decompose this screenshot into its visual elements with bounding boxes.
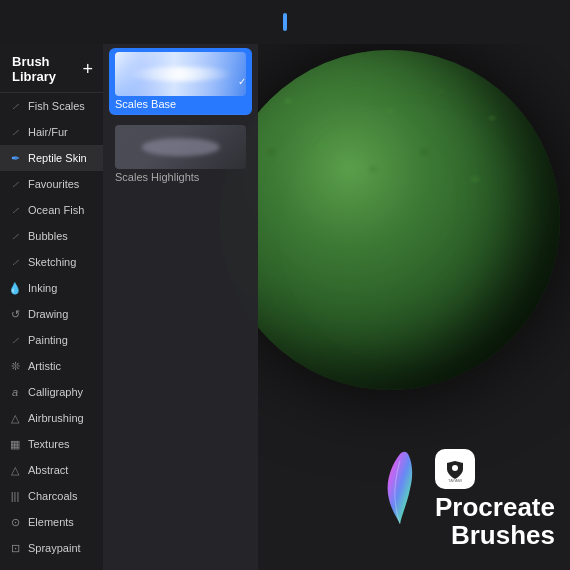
sidebar-item-calligraphy[interactable]: aCalligraphy [0, 379, 103, 405]
brush-library-sidebar: Brush Library + ⟋Fish Scales⟋Hair/Fur✒Re… [0, 44, 103, 570]
brush-preview-scales-highlights [115, 125, 246, 169]
procreate-brush-icon [370, 449, 425, 529]
sidebar-item-drawing[interactable]: ↺Drawing [0, 301, 103, 327]
sidebar-item-label-abstract: Abstract [28, 464, 68, 476]
sidebar-item-label-hair-fur: Hair/Fur [28, 126, 68, 138]
brush-name-scales-base: Scales Base [115, 98, 246, 110]
sidebar-item-sketching[interactable]: ⟋Sketching [0, 249, 103, 275]
sidebar-item-label-airbrushing: Airbrushing [28, 412, 84, 424]
inking-icon: 💧 [8, 281, 22, 295]
sidebar-item-label-inking: Inking [28, 282, 57, 294]
sidebar-item-elements[interactable]: ⊙Elements [0, 509, 103, 535]
watermark-title: Procreate Brushes [435, 493, 555, 550]
hair-fur-icon: ⟋ [8, 125, 22, 139]
sidebar-item-label-ocean-fish: Ocean Fish [28, 204, 84, 216]
sidebar-item-label-artistic: Artistic [28, 360, 61, 372]
sidebar-item-label-calligraphy: Calligraphy [28, 386, 83, 398]
sidebar-item-textures[interactable]: ▦Textures [0, 431, 103, 457]
charcoals-icon: ||| [8, 489, 22, 503]
sidebar-item-artistic[interactable]: ❊Artistic [0, 353, 103, 379]
sidebar-item-label-drawing: Drawing [28, 308, 68, 320]
sidebar-item-ocean-fish[interactable]: ⟋Ocean Fish [0, 197, 103, 223]
sidebar-item-touchups[interactable]: ⊕Touchups [0, 561, 103, 570]
nav-indicator [283, 13, 287, 31]
reptile-skin-icon: ✒ [8, 151, 22, 165]
fish-scales-icon: ⟋ [8, 99, 22, 113]
sidebar-item-label-fish-scales: Fish Scales [28, 100, 85, 112]
sidebar-item-bubbles[interactable]: ⟋Bubbles [0, 223, 103, 249]
sidebar-item-label-charcoals: Charcoals [28, 490, 78, 502]
painting-icon: ⟋ [8, 333, 22, 347]
sidebar-item-label-painting: Painting [28, 334, 68, 346]
airbrushing-icon: △ [8, 411, 22, 425]
sidebar-item-painting[interactable]: ⟋Painting [0, 327, 103, 353]
sidebar-item-label-elements: Elements [28, 516, 74, 528]
brush-sub-panel: Scales Base ✓ Scales Highlights [103, 44, 258, 570]
elements-icon: ⊙ [8, 515, 22, 529]
sidebar-item-spraypaint[interactable]: ⊡Spraypaint [0, 535, 103, 561]
abstract-icon: △ [8, 463, 22, 477]
brush-name-scales-highlights: Scales Highlights [115, 171, 246, 183]
ocean-fish-icon: ⟋ [8, 203, 22, 217]
sidebar-item-label-spraypaint: Spraypaint [28, 542, 81, 554]
brush-selected-check: ✓ [238, 76, 246, 87]
sidebar-item-label-reptile-skin: Reptile Skin [28, 152, 87, 164]
sidebar-item-label-bubbles: Bubbles [28, 230, 68, 242]
sidebar-item-charcoals[interactable]: |||Charcoals [0, 483, 103, 509]
sidebar-item-abstract[interactable]: △Abstract [0, 457, 103, 483]
sidebar-item-favourites[interactable]: ⟋Favourites [0, 171, 103, 197]
sidebar-item-reptile-skin[interactable]: ✒Reptile Skin [0, 145, 103, 171]
sidebar-item-label-sketching: Sketching [28, 256, 76, 268]
artistic-icon: ❊ [8, 359, 22, 373]
tayami-logo: TAYAMI [435, 449, 475, 489]
sidebar-item-label-textures: Textures [28, 438, 70, 450]
sidebar-item-label-favourites: Favourites [28, 178, 79, 190]
favourites-icon: ⟋ [8, 177, 22, 191]
brush-item-scales-highlights[interactable]: Scales Highlights [109, 121, 252, 187]
calligraphy-icon: a [8, 385, 22, 399]
textures-icon: ▦ [8, 437, 22, 451]
sketching-icon: ⟋ [8, 255, 22, 269]
spraypaint-icon: ⊡ [8, 541, 22, 555]
sidebar-header: Brush Library + [0, 44, 103, 93]
sidebar-item-fish-scales[interactable]: ⟋Fish Scales [0, 93, 103, 119]
svg-text:TAYAMI: TAYAMI [448, 478, 462, 483]
sidebar-item-inking[interactable]: 💧Inking [0, 275, 103, 301]
sidebar-items-list: ⟋Fish Scales⟋Hair/Fur✒Reptile Skin⟋Favou… [0, 93, 103, 570]
bubbles-icon: ⟋ [8, 229, 22, 243]
drawing-icon: ↺ [8, 307, 22, 321]
svg-point-1 [452, 465, 458, 471]
sidebar-item-airbrushing[interactable]: △Airbrushing [0, 405, 103, 431]
sidebar-item-hair-fur[interactable]: ⟋Hair/Fur [0, 119, 103, 145]
brush-preview-scales-base [115, 52, 246, 96]
brush-item-scales-base[interactable]: Scales Base ✓ [109, 48, 252, 115]
sidebar-title: Brush Library [12, 54, 82, 84]
watermark-area: TAYAMI Procreate Brushes [370, 449, 555, 550]
reptile-sphere [220, 50, 560, 390]
top-bar [0, 0, 570, 44]
add-brush-set-button[interactable]: + [82, 60, 93, 78]
